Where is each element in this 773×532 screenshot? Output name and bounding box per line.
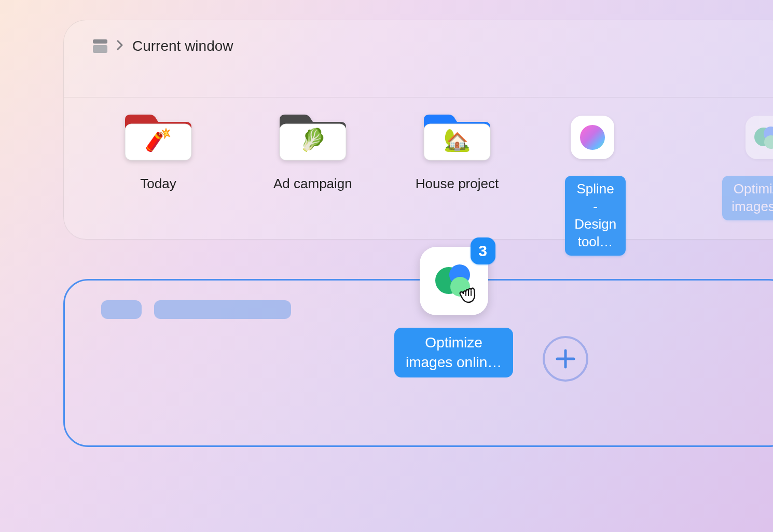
breadcrumb-label: Current window xyxy=(132,38,233,54)
plus-icon xyxy=(554,347,577,370)
folder-icon: 🥬 xyxy=(277,113,349,162)
folder-ad-campaign[interactable]: 🥬 Ad campaign xyxy=(273,113,352,256)
placeholder-pill xyxy=(154,300,291,319)
folder-emoji-icon: 🧨 xyxy=(145,129,172,151)
folder-emoji-icon: 🥬 xyxy=(299,129,326,151)
svg-point-5 xyxy=(580,125,605,150)
folder-icon: 🧨 xyxy=(122,113,195,162)
placeholder-pills xyxy=(101,300,291,319)
folder-emoji-icon: 🏡 xyxy=(444,129,471,151)
placeholder-pill xyxy=(101,300,142,319)
items-row: 🧨 Today 🥬 Ad campaign 🏡 xyxy=(93,113,773,256)
tab-spline[interactable]: Spline - Design tool… xyxy=(565,113,626,256)
tab-label: Spline - Design tool… xyxy=(565,176,626,256)
tab-optimize-faded[interactable]: Optimize images… xyxy=(701,113,773,256)
app-icon xyxy=(571,113,620,162)
folder-icon: 🏡 xyxy=(421,113,493,162)
svg-rect-1 xyxy=(93,45,107,53)
folder-today[interactable]: 🧨 Today xyxy=(122,113,195,256)
tab-label: Optimize images… xyxy=(701,176,773,220)
folder-label: Ad campaign xyxy=(273,176,352,192)
window-icon xyxy=(93,39,107,53)
divider xyxy=(64,97,773,97)
app-icon xyxy=(725,113,773,162)
add-button[interactable] xyxy=(543,336,588,382)
folder-label: Today xyxy=(140,176,176,192)
drop-target-panel[interactable] xyxy=(63,279,773,447)
breadcrumb[interactable]: Current window xyxy=(93,38,764,54)
folder-house-project[interactable]: 🏡 House project xyxy=(416,113,499,256)
svg-rect-0 xyxy=(93,39,107,44)
chevron-right-icon xyxy=(117,39,123,53)
current-window-panel: Current window 🧨 Today 🥬 xyxy=(63,20,773,240)
folder-label: House project xyxy=(416,176,499,192)
